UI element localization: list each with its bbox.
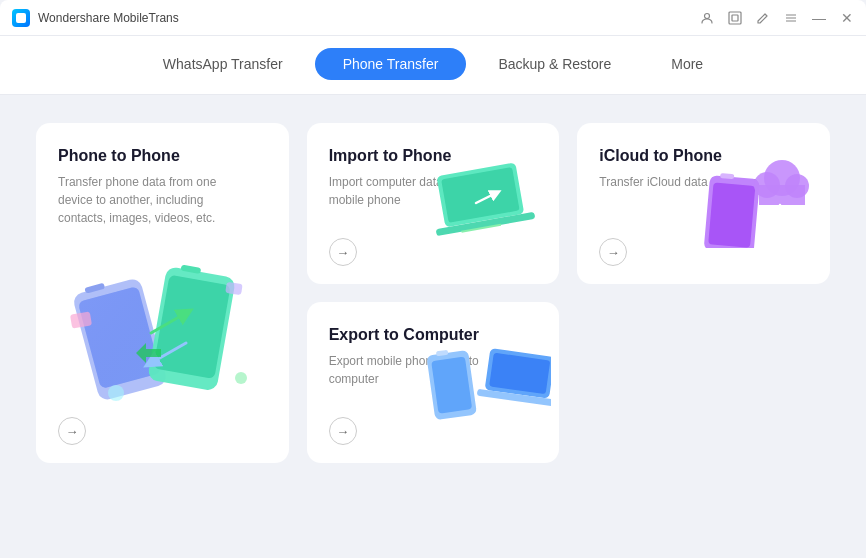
- main-content: Phone to Phone Transfer phone data from …: [0, 95, 866, 491]
- svg-rect-14: [225, 282, 242, 295]
- menu-icon[interactable]: [784, 11, 798, 25]
- icloud-illustration: [692, 143, 822, 248]
- title-bar-left: Wondershare MobileTrans: [12, 9, 179, 27]
- card-phone-to-phone-desc: Transfer phone data from one device to a…: [58, 173, 218, 227]
- card-phone-to-phone[interactable]: Phone to Phone Transfer phone data from …: [36, 123, 289, 463]
- window-icon[interactable]: [728, 11, 742, 25]
- card-import-arrow[interactable]: →: [329, 238, 357, 266]
- card-icloud-arrow[interactable]: →: [599, 238, 627, 266]
- title-bar: Wondershare MobileTrans: [0, 0, 866, 36]
- svg-rect-2: [732, 15, 738, 21]
- import-illustration: [421, 148, 551, 248]
- svg-rect-27: [759, 185, 805, 205]
- card-import-to-phone[interactable]: Import to Phone Import computer data to …: [307, 123, 560, 284]
- svg-rect-9: [78, 286, 161, 389]
- nav-bar: WhatsApp Transfer Phone Transfer Backup …: [0, 36, 866, 95]
- tab-backup-restore[interactable]: Backup & Restore: [470, 48, 639, 80]
- svg-point-16: [235, 372, 247, 384]
- app-title: Wondershare MobileTrans: [38, 11, 179, 25]
- phone-to-phone-illustration: [56, 223, 276, 423]
- card-icloud-to-phone[interactable]: iCloud to Phone Transfer iCloud data to …: [577, 123, 830, 284]
- minimize-button[interactable]: —: [812, 11, 826, 25]
- window-controls: — ✕: [700, 11, 854, 25]
- app-icon: [12, 9, 30, 27]
- close-button[interactable]: ✕: [840, 11, 854, 25]
- edit-icon[interactable]: [756, 11, 770, 25]
- tab-whatsapp-transfer[interactable]: WhatsApp Transfer: [135, 48, 311, 80]
- export-illustration: [421, 322, 551, 427]
- card-export-to-computer[interactable]: Export to Computer Export mobile phone d…: [307, 302, 560, 463]
- svg-rect-1: [729, 12, 741, 24]
- card-export-arrow[interactable]: →: [329, 417, 357, 445]
- svg-point-0: [705, 13, 710, 18]
- card-phone-to-phone-arrow[interactable]: →: [58, 417, 86, 445]
- svg-rect-22: [708, 182, 755, 247]
- tab-phone-transfer[interactable]: Phone Transfer: [315, 48, 467, 80]
- account-icon[interactable]: [700, 11, 714, 25]
- card-phone-to-phone-title: Phone to Phone: [58, 147, 267, 165]
- svg-point-15: [108, 385, 124, 401]
- tab-more[interactable]: More: [643, 48, 731, 80]
